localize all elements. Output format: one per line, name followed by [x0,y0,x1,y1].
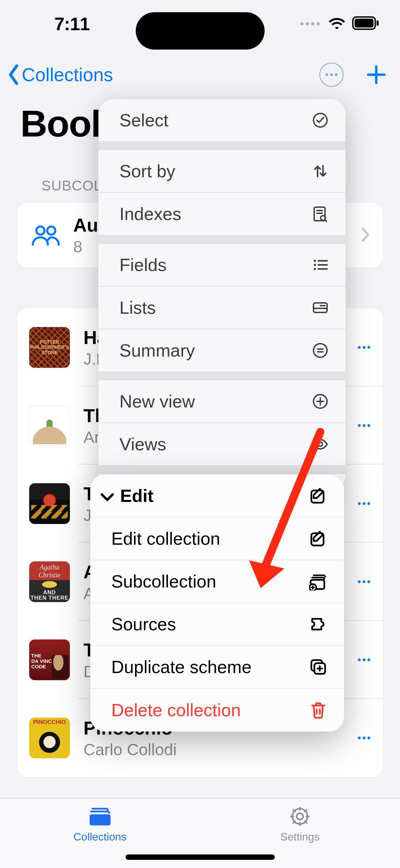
card-list-icon [311,300,330,316]
menu-separator [98,466,345,474]
menu-item-summary[interactable]: Summary [98,329,345,372]
menu-item-new-view[interactable]: New view [98,380,345,423]
status-time: 7:11 [54,13,90,34]
menu-item-select[interactable]: Select [98,99,345,142]
svg-point-16 [367,502,370,505]
row-more-button[interactable] [357,657,371,663]
menu-item-indexes[interactable]: Indexes [98,193,345,236]
svg-point-23 [358,737,361,739]
equals-circle-icon [311,342,330,359]
svg-point-31 [314,268,316,270]
menu-separator [98,372,345,380]
menu-item-sort[interactable]: Sort by [98,150,345,193]
chevron-right-icon [361,227,369,243]
add-button[interactable] [364,62,388,87]
ellipsis-icon [357,424,371,427]
ellipsis-icon [357,658,371,662]
book-cover: POTTERPHILOSOPHER'SSTONE [29,327,70,368]
gear-icon [288,806,312,827]
chevron-down-icon [100,486,114,506]
row-more-button[interactable] [357,422,371,429]
svg-rect-44 [90,814,111,826]
home-indicator [126,854,275,860]
ellipsis-icon [357,736,371,740]
more-options-button[interactable] [319,62,344,87]
svg-rect-2 [377,20,379,26]
svg-point-19 [367,580,370,583]
svg-point-24 [363,737,365,739]
trash-icon [308,701,328,719]
nav-bar: Collections [0,58,400,92]
submenu-item-edit-collection[interactable]: Edit collection [90,518,344,560]
chevron-left-icon [7,65,20,85]
options-menu: Select Sort by Indexes Fields Lists Summ… [98,99,345,491]
svg-point-21 [363,658,365,661]
tab-label: Collections [73,831,127,843]
book-subtitle: Carlo Collodi [83,740,357,759]
wifi-icon [328,16,346,31]
row-more-button[interactable] [357,501,371,507]
submenu-item-subcollection[interactable]: Subcollection [90,560,344,603]
svg-point-10 [367,346,370,349]
stack-add-icon [308,572,328,591]
recording-dots-icon [300,22,320,25]
svg-point-4 [330,73,333,76]
menu-item-fields[interactable]: Fields [98,244,345,287]
svg-point-8 [358,346,361,349]
edit-square-icon [308,487,328,505]
plus-icon [367,65,386,84]
svg-point-11 [358,424,361,427]
svg-point-3 [325,73,328,76]
status-indicators [300,16,380,31]
ellipsis-icon [357,580,371,583]
book-cover: THEDA VINCICODE [29,639,70,680]
svg-point-14 [358,502,361,505]
menu-item-lists[interactable]: Lists [98,287,345,329]
menu-separator [98,142,345,150]
back-label: Collections [22,64,113,86]
ellipsis-icon [325,73,338,76]
svg-point-46 [292,809,308,824]
device-notch [136,12,265,50]
svg-point-45 [297,813,303,820]
svg-point-6 [36,227,44,235]
back-button[interactable]: Collections [7,64,113,86]
edit-submenu: Edit Edit collection Subcollection Sourc… [90,475,344,731]
svg-point-5 [335,73,338,76]
row-more-button[interactable] [357,344,371,350]
row-more-button[interactable] [357,579,371,585]
svg-point-22 [367,658,370,661]
sort-arrows-icon [311,163,330,179]
submenu-item-delete-collection[interactable]: Delete collection [90,689,344,731]
edit-square-icon [308,529,328,548]
svg-point-7 [47,227,55,235]
eye-icon [311,436,330,452]
book-cover: PINOCCHIO [29,718,70,758]
tab-bar: Collections Settings [0,798,400,868]
svg-point-17 [358,580,361,583]
svg-rect-1 [355,19,374,28]
puzzle-icon [308,615,328,633]
svg-point-12 [363,424,365,427]
ellipsis-icon [357,346,371,349]
index-icon [311,206,330,222]
svg-point-9 [363,346,365,349]
menu-item-views[interactable]: Views [98,423,345,466]
status-bar: 7:11 [0,0,400,48]
list-bullet-icon [311,257,330,273]
ellipsis-icon [357,502,371,505]
menu-separator [98,236,345,244]
svg-point-35 [318,442,322,446]
submenu-item-duplicate-scheme[interactable]: Duplicate scheme [90,646,344,689]
book-cover: AgathaChristieANDTHEN THERE [29,561,70,602]
book-cover [29,405,70,446]
book-cover [29,483,70,524]
submenu-item-sources[interactable]: Sources [90,603,344,646]
check-circle-icon [311,112,330,128]
submenu-header-edit[interactable]: Edit [90,475,344,518]
duplicate-plus-icon [308,658,328,676]
svg-point-20 [358,658,361,661]
tab-label: Settings [280,831,320,843]
collections-tab-icon [88,806,112,827]
row-more-button[interactable] [357,735,371,741]
